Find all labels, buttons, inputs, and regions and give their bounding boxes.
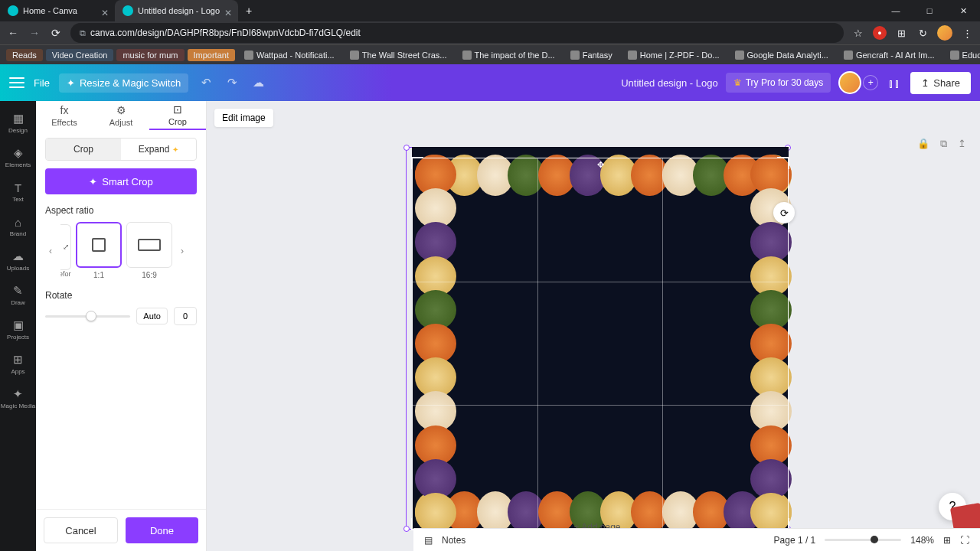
seg-crop[interactable]: Crop (46, 139, 121, 160)
adblock-icon[interactable]: ● (873, 26, 887, 40)
window-maximize-icon[interactable]: □ (913, 0, 946, 21)
bookmark[interactable]: Important (188, 49, 235, 61)
selection-handle[interactable] (403, 526, 410, 532)
crop-expand-segment: Crop Expand✦ (45, 138, 197, 161)
zoom-slider[interactable] (825, 539, 901, 541)
bookmark[interactable]: Video Creation (46, 49, 114, 61)
tab-effects[interactable]: fxEffects (36, 101, 93, 130)
rail-projects[interactable]: ▣Projects (0, 312, 36, 347)
rotate-degrees-input[interactable]: 0 (174, 307, 197, 325)
file-menu[interactable]: File (34, 77, 50, 89)
tab-crop[interactable]: ⊡Crop (149, 101, 206, 130)
star-icon[interactable]: ☆ (851, 26, 865, 40)
design-canvas[interactable]: ✥ ⟳ + Add page ︿ (406, 147, 789, 530)
history-icon[interactable]: ↻ (916, 26, 929, 40)
bookmark[interactable]: music for mum (116, 49, 184, 61)
status-bar: ▤ Notes Page 1 / 1 148% ⊞ ⛶ (413, 528, 980, 551)
rotate-slider[interactable] (45, 315, 130, 318)
ratio-freeform[interactable]: ⤢eeform (60, 224, 71, 278)
rail-uploads[interactable]: ☁Uploads (0, 243, 36, 278)
bookmark[interactable]: Home | Z-PDF - Do... (622, 49, 726, 61)
ratio-16-9[interactable]: 16:9 (126, 222, 172, 279)
page-indicator[interactable]: Page 1 / 1 (774, 535, 816, 546)
selection-handle[interactable] (403, 145, 410, 151)
reset-crop-button[interactable]: ⟳ (773, 202, 795, 223)
cloud-sync-icon[interactable]: ☁ (250, 76, 266, 90)
cancel-button[interactable]: Cancel (44, 517, 118, 543)
lock-icon[interactable]: 🔒 (917, 138, 929, 150)
fullscreen-icon[interactable]: ⛶ (960, 535, 969, 546)
smart-crop-button[interactable]: ✦ Smart Crop (45, 168, 197, 194)
edit-image-button[interactable]: Edit image (214, 109, 273, 127)
notes-button[interactable]: Notes (442, 535, 466, 546)
bookmark[interactable]: Wattpad - Notificati... (238, 49, 341, 61)
undo-icon[interactable]: ↶ (198, 76, 214, 90)
move-icon: ✥ (597, 160, 604, 170)
browser-tab-active[interactable]: Untitled design - Logo ✕ (115, 0, 238, 21)
design-name[interactable]: Untitled design - Logo (621, 77, 717, 89)
browser-tabstrip: Home - Canva ✕ Untitled design - Logo ✕ … (0, 0, 980, 21)
bookmark[interactable]: Fantasy (564, 49, 619, 61)
rail-text[interactable]: TText (0, 174, 36, 209)
brand-icon: ⌂ (15, 216, 21, 229)
window-close-icon[interactable]: ✕ (946, 0, 980, 21)
grid-view-icon[interactable]: ⊞ (943, 535, 951, 546)
forward-icon[interactable]: → (28, 26, 41, 40)
analytics-icon[interactable]: ⫿⫿ (886, 77, 903, 90)
ratio-next-icon[interactable]: › (177, 246, 188, 256)
rail-design[interactable]: ▦Design (0, 106, 36, 140)
menu-icon[interactable]: ⋮ (960, 26, 974, 40)
effects-icon: fx (60, 104, 69, 116)
done-button[interactable]: Done (126, 517, 198, 543)
apps-icon: ⊞ (13, 353, 23, 367)
tab-close-icon[interactable]: ✕ (101, 8, 107, 14)
crop-handle[interactable] (411, 157, 423, 169)
seg-expand[interactable]: Expand✦ (121, 139, 196, 160)
ratio-1-1[interactable]: 1:1 (76, 222, 122, 279)
reload-icon[interactable]: ⟳ (49, 26, 63, 40)
resize-magic-button[interactable]: ✦ Resize & Magic Switch (59, 73, 188, 93)
zoom-value[interactable]: 148% (910, 535, 934, 546)
profile-avatar[interactable] (937, 25, 952, 41)
bookmark[interactable]: Google Data Analyti... (729, 49, 835, 61)
bookmark[interactable]: Gencraft - AI Art Im... (838, 49, 941, 61)
crop-handle[interactable] (777, 157, 789, 169)
slider-thumb[interactable] (86, 311, 96, 321)
wand-icon: ✦ (89, 176, 97, 187)
crop-box[interactable]: ✥ (412, 158, 789, 530)
auto-rotate-button[interactable]: Auto (136, 308, 168, 324)
extensions-icon[interactable]: ⊞ (894, 26, 908, 40)
window-minimize-icon[interactable]: ― (879, 0, 913, 21)
redo-icon[interactable]: ↷ (224, 76, 240, 90)
canvas-area[interactable]: Edit image 🔒 ⧉ ↥ ✥ (207, 101, 980, 551)
rail-magic-media[interactable]: ✦Magic Media (0, 381, 36, 416)
tab-close-icon[interactable]: ✕ (224, 8, 230, 14)
bookmark[interactable]: Reads (6, 49, 43, 61)
tab-favicon (122, 5, 133, 16)
browser-tab[interactable]: Home - Canva ✕ (0, 0, 115, 21)
user-avatar[interactable] (838, 71, 861, 94)
rail-apps[interactable]: ⊞Apps (0, 347, 36, 381)
rail-elements[interactable]: ◈Elements (0, 140, 36, 174)
duplicate-icon[interactable]: ⧉ (940, 138, 947, 150)
back-icon[interactable]: ← (6, 26, 20, 40)
ratio-prev-icon[interactable]: ‹ (45, 246, 56, 256)
rotate-label: Rotate (45, 290, 197, 301)
bookmark[interactable]: Education (944, 49, 980, 61)
tab-adjust[interactable]: ⚙Adjust (93, 101, 149, 130)
side-rail: ▦Design ◈Elements TText ⌂Brand ☁Uploads … (0, 101, 36, 551)
try-pro-button[interactable]: ♛ Try Pro for 30 days (726, 73, 831, 93)
bookmark[interactable]: The impact of the D... (456, 49, 561, 61)
export-icon[interactable]: ↥ (958, 138, 966, 150)
url-input[interactable]: ⧉ canva.com/design/DAGHPfR8bps/FnDI68wpn… (70, 23, 844, 43)
bookmark[interactable]: The Wall Street Cras... (344, 49, 453, 61)
add-member-button[interactable]: + (863, 75, 878, 90)
new-tab-button[interactable]: + (238, 5, 260, 17)
zoom-thumb[interactable] (871, 536, 878, 543)
rail-brand[interactable]: ⌂Brand (0, 209, 36, 243)
rail-draw[interactable]: ✎Draw (0, 278, 36, 312)
share-icon: ↥ (921, 77, 929, 89)
side-panel: fxEffects ⚙Adjust ⊡Crop Crop Expand✦ ✦ S… (36, 101, 207, 551)
hamburger-icon[interactable] (9, 77, 24, 88)
share-button[interactable]: ↥ Share (910, 72, 971, 94)
